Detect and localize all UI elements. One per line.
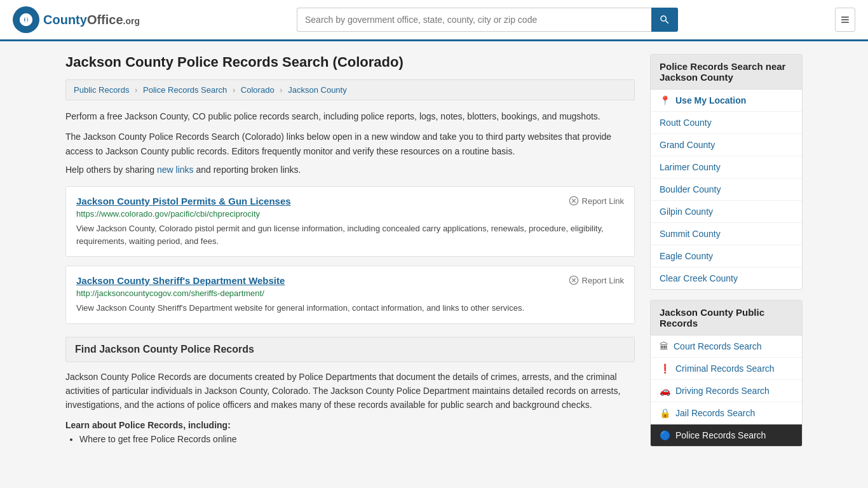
link-card-0: Jackson County Pistol Permits & Gun Lice… xyxy=(65,186,635,257)
location-icon: 📍 xyxy=(660,95,670,105)
search-button[interactable] xyxy=(651,8,678,32)
sidebar-item-jail-records[interactable]: 🔒 Jail Records Search xyxy=(651,402,802,424)
link-card-title-0[interactable]: Jackson County Pistol Permits & Gun Lice… xyxy=(76,196,291,207)
svg-text:CO: CO xyxy=(22,17,31,24)
report-link-0[interactable]: Report Link xyxy=(569,196,624,206)
search-input[interactable] xyxy=(297,8,651,32)
new-links-link[interactable]: new links xyxy=(157,165,194,175)
sidebar-item-court-records[interactable]: 🏛 Court Records Search xyxy=(651,336,802,358)
find-section-body: Jackson County Police Records are docume… xyxy=(65,370,635,412)
police-icon: 🔵 xyxy=(660,430,670,440)
hamburger-menu[interactable]: ≡ xyxy=(835,8,855,32)
jail-icon: 🔒 xyxy=(660,408,670,418)
logo-area: CO CountyOffice.org xyxy=(13,6,140,33)
court-icon: 🏛 xyxy=(660,341,668,351)
sidebar: Police Records Search near Jackson Count… xyxy=(650,54,803,457)
link-card-url-0[interactable]: https://www.colorado.gov/pacific/cbi/chp… xyxy=(76,209,624,219)
report-icon-0 xyxy=(569,196,579,206)
header: CO CountyOffice.org ≡ xyxy=(0,0,868,41)
page-title: Jackson County Police Records Search (Co… xyxy=(65,54,635,71)
sidebar-item-larimer[interactable]: Larimer County xyxy=(651,156,802,179)
main-content: Jackson County Police Records Search (Co… xyxy=(65,54,635,457)
sidebar-item-eagle[interactable]: Eagle County xyxy=(651,245,802,268)
sidebar-item-clear-creek[interactable]: Clear Creek County xyxy=(651,268,802,289)
report-link-1[interactable]: Report Link xyxy=(569,275,624,285)
breadcrumb-jackson-county[interactable]: Jackson County xyxy=(288,85,347,95)
sidebar-item-criminal-records[interactable]: ❗ Criminal Records Search xyxy=(651,358,802,380)
breadcrumb-colorado[interactable]: Colorado xyxy=(241,85,275,95)
sidebar-item-driving-records[interactable]: 🚗 Driving Records Search xyxy=(651,380,802,402)
search-icon xyxy=(659,14,670,25)
bullet-item-0: Where to get free Police Records online xyxy=(79,434,635,444)
link-card-title-1[interactable]: Jackson County Sheriff's Department Webs… xyxy=(76,275,285,286)
learn-heading: Learn about Police Records, including: xyxy=(65,420,635,430)
sidebar-item-summit[interactable]: Summit County xyxy=(651,223,802,245)
criminal-icon: ❗ xyxy=(660,363,670,374)
intro-paragraph-2: The Jackson County Police Records Search… xyxy=(65,130,635,158)
find-section-heading: Find Jackson County Police Records xyxy=(65,337,635,362)
link-card-url-1[interactable]: http://jacksoncountycogov.com/sheriffs-d… xyxy=(76,288,624,298)
breadcrumb-public-records[interactable]: Public Records xyxy=(74,85,129,95)
public-records-box: Jackson County Public Records 🏛 Court Re… xyxy=(650,300,803,447)
nearby-box: Police Records Search near Jackson Count… xyxy=(650,54,803,290)
use-my-location[interactable]: 📍 Use My Location xyxy=(651,90,802,112)
driving-icon: 🚗 xyxy=(660,386,670,396)
sidebar-item-gilpin[interactable]: Gilpin County xyxy=(651,201,802,223)
sidebar-item-routt[interactable]: Routt County xyxy=(651,112,802,134)
search-bar xyxy=(297,8,678,32)
sidebar-item-boulder[interactable]: Boulder County xyxy=(651,179,802,201)
breadcrumb-police-records[interactable]: Police Records Search xyxy=(143,85,227,95)
breadcrumb: Public Records › Police Records Search ›… xyxy=(65,79,635,100)
intro-paragraph-1: Perform a free Jackson County, CO public… xyxy=(65,109,635,123)
report-icon-1 xyxy=(569,275,579,285)
sidebar-item-police-records[interactable]: 🔵 Police Records Search xyxy=(651,424,802,446)
logo-text: CountyOffice.org xyxy=(43,13,140,27)
nearby-title: Police Records Search near Jackson Count… xyxy=(651,55,802,90)
public-records-title: Jackson County Public Records xyxy=(651,301,802,336)
link-card-1: Jackson County Sheriff's Department Webs… xyxy=(65,266,635,324)
page-container: Jackson County Police Records Search (Co… xyxy=(53,41,815,470)
help-text: Help others by sharing new links and rep… xyxy=(65,165,635,175)
sidebar-item-grand[interactable]: Grand County xyxy=(651,134,802,156)
link-card-desc-0: View Jackson County, Colorado pistol per… xyxy=(76,222,624,247)
bullet-list: Where to get free Police Records online xyxy=(65,434,635,444)
logo-icon: CO xyxy=(13,6,39,33)
link-card-desc-1: View Jackson County Sheriff's Department… xyxy=(76,302,624,315)
